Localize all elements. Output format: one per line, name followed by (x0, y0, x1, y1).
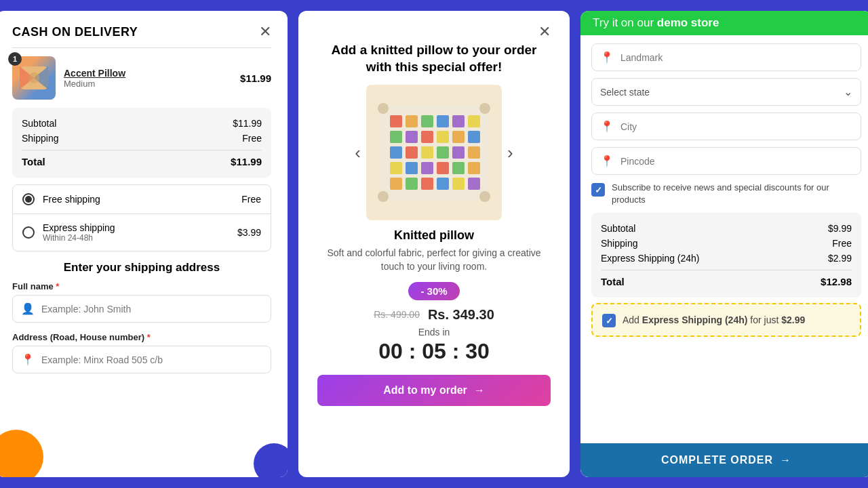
svg-rect-28 (468, 162, 480, 174)
express-shipping-sub: Within 24-48h (43, 233, 229, 243)
address-section-title: Enter your shipping address (12, 261, 271, 274)
express-shipping-price: $3.99 (237, 227, 261, 238)
right-panel: Try it on our demo store 📍 Select state … (580, 11, 868, 477)
final-price: Rs. 349.30 (428, 307, 494, 323)
express-shipping-label: Express shipping Within 24-48h (43, 222, 229, 243)
add-to-order-arrow: → (474, 384, 485, 396)
carousel: ‹ (317, 85, 551, 220)
free-shipping-price: Free (241, 194, 261, 205)
svg-rect-11 (390, 131, 402, 143)
subscribe-wrap[interactable]: Subscribe to receive news and special di… (591, 182, 861, 206)
address-input[interactable] (41, 354, 262, 365)
product-size: Medium (64, 79, 232, 89)
svg-rect-24 (406, 162, 418, 174)
total-label: Total (22, 156, 45, 167)
upsell-text-bold: Express Shipping (24h) (642, 314, 748, 325)
blue-decoration (254, 443, 288, 477)
radio-free[interactable] (22, 193, 35, 205)
product-image-wrap: 1 (12, 56, 56, 100)
right-express-row: Express Shipping (24h) $2.99 (601, 251, 852, 266)
fullname-label: Full name * (12, 281, 271, 291)
landmark-icon: 📍 (600, 51, 614, 64)
middle-panel: ✕ Add a knitted pillow to your order wit… (298, 11, 570, 477)
product-row: 1 Accent Pillow Medium $11.99 (12, 56, 271, 100)
fullname-input-wrap[interactable]: 👤 (12, 295, 271, 323)
upsell-text-for: for just (747, 314, 781, 325)
subtotal-label: Subtotal (22, 118, 56, 129)
svg-rect-18 (406, 146, 418, 159)
divider-top (12, 47, 271, 48)
svg-point-37 (378, 191, 389, 202)
left-panel-title: CASH ON DELIVERY (12, 25, 138, 39)
address-field-group: Address (Road, House number) * 📍 (12, 332, 271, 373)
svg-rect-14 (437, 131, 449, 143)
address-input-wrap[interactable]: 📍 (12, 346, 271, 373)
pincode-input-wrap[interactable]: 📍 (591, 147, 861, 175)
svg-point-35 (378, 103, 389, 114)
close-button-left[interactable]: ✕ (259, 24, 271, 39)
close-button-middle[interactable]: ✕ (538, 24, 551, 39)
right-shipping-row: Shipping Free (601, 236, 852, 251)
location-icon: 📍 (21, 353, 35, 366)
pincode-icon: 📍 (600, 155, 614, 167)
upsell-checkbox[interactable] (602, 314, 616, 327)
knitted-pillow-image (366, 85, 502, 220)
svg-rect-27 (452, 162, 465, 174)
svg-rect-16 (468, 131, 480, 143)
shipping-row: Shipping Free (22, 131, 262, 146)
person-icon: 👤 (21, 302, 35, 315)
svg-rect-17 (390, 146, 402, 159)
ends-in-label: Ends in (418, 327, 450, 338)
svg-rect-34 (468, 178, 480, 190)
svg-rect-13 (421, 131, 433, 143)
city-input[interactable] (620, 121, 852, 132)
shipping-options: Free shipping Free Express shipping With… (12, 184, 271, 251)
carousel-prev-button[interactable]: ‹ (349, 142, 366, 163)
svg-rect-32 (437, 178, 449, 190)
svg-rect-25 (421, 162, 433, 174)
demo-banner-bold: demo store (657, 16, 719, 29)
right-express-label: Express Shipping (24h) (601, 253, 700, 264)
radio-express[interactable] (22, 226, 35, 239)
right-shipping-label: Shipping (601, 238, 638, 249)
demo-banner-text: Try it on our (593, 16, 657, 29)
right-express-value: $2.99 (828, 253, 852, 264)
state-select[interactable]: Select state ⌄ (591, 78, 861, 106)
svg-rect-12 (406, 131, 418, 143)
svg-rect-8 (437, 115, 449, 127)
left-panel: CASH ON DELIVERY ✕ 1 Accent Pillow Mediu… (0, 11, 288, 477)
subscribe-text: Subscribe to receive news and special di… (612, 182, 861, 206)
landmark-input[interactable] (620, 52, 852, 63)
svg-rect-10 (468, 115, 480, 127)
right-subtotal-value: $9.99 (828, 223, 852, 234)
right-subtotal-label: Subtotal (601, 223, 635, 234)
landmark-input-wrap[interactable]: 📍 (591, 43, 861, 71)
price-row: Rs. 499.00 Rs. 349.30 (374, 307, 494, 323)
middle-panel-header: ✕ (317, 24, 551, 39)
shipping-option-free[interactable]: Free shipping Free (13, 185, 271, 214)
demo-banner: Try it on our demo store (580, 11, 868, 35)
cart-badge: 1 (8, 52, 22, 66)
subscribe-checkbox[interactable] (591, 183, 605, 197)
fullname-input[interactable] (41, 304, 262, 314)
svg-rect-23 (390, 162, 402, 174)
right-shipping-value: Free (832, 238, 852, 249)
order-summary: Subtotal $11.99 Shipping Free Total $11.… (12, 108, 271, 178)
product-price: $11.99 (240, 73, 271, 84)
product-name: Accent Pillow (64, 68, 232, 79)
right-total-label: Total (601, 276, 625, 287)
subtotal-value: $11.99 (233, 118, 262, 129)
complete-order-button[interactable]: COMPLETE ORDER → (580, 443, 868, 477)
express-upsell-box[interactable]: Add Express Shipping (24h) for just $2.9… (591, 303, 861, 337)
add-to-order-button[interactable]: Add to my order → (317, 375, 551, 406)
svg-rect-31 (421, 178, 433, 190)
svg-rect-7 (421, 115, 433, 127)
total-value: $11.99 (231, 156, 262, 167)
carousel-next-button[interactable]: › (502, 142, 519, 163)
city-input-wrap[interactable]: 📍 (591, 113, 861, 140)
pincode-input[interactable] (620, 156, 852, 167)
offer-title: Add a knitted pillow to your order with … (317, 42, 551, 75)
address-required: * (147, 332, 151, 342)
svg-rect-30 (406, 178, 418, 190)
shipping-option-express[interactable]: Express shipping Within 24-48h $3.99 (13, 214, 271, 251)
